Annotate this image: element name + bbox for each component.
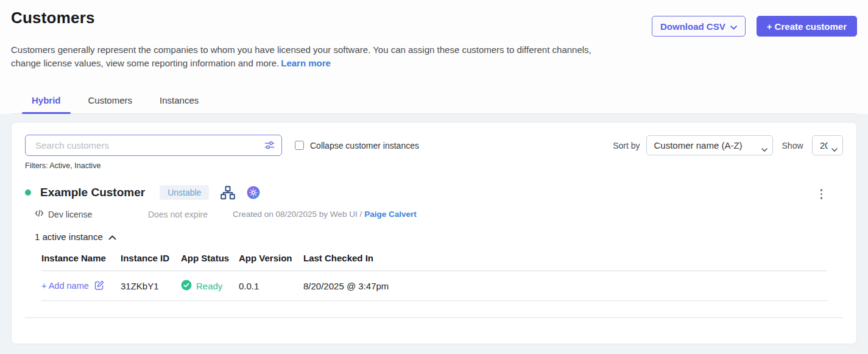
tab-instances[interactable]: Instances (150, 89, 208, 113)
instances-table: Instance Name Instance ID App Status App… (41, 253, 827, 301)
code-icon (35, 209, 44, 219)
last-checked-in: 8/20/2025 @ 3:47pm (303, 281, 827, 291)
download-csv-label: Download CSV (660, 21, 725, 32)
learn-more-link[interactable]: Learn more (281, 58, 331, 68)
search-input[interactable] (25, 135, 282, 156)
page-description: Customers generally represent the compan… (11, 43, 599, 70)
create-customer-button[interactable]: + Create customer (757, 16, 857, 37)
customer-name[interactable]: Example Customer (40, 186, 145, 199)
tab-bar: Hybrid Customers Instances (11, 89, 857, 114)
chevron-down-icon (730, 21, 737, 32)
add-name-link[interactable]: + Add name (41, 280, 105, 292)
channel-badge: Unstable (160, 185, 209, 200)
license-type-label: Dev license (48, 210, 92, 219)
active-status-dot (25, 189, 31, 196)
customer-menu-kebab-icon[interactable] (818, 186, 825, 202)
filter-sliders-icon[interactable] (264, 140, 275, 154)
page-header: Customers Download CSV + Create customer… (0, 0, 868, 114)
show-wrap: Show 20 (782, 135, 843, 155)
add-name-label: + Add name (41, 281, 89, 291)
collapse-instances-control: Collapse customer instances (295, 141, 419, 150)
app-version: 0.0.1 (239, 281, 303, 291)
sort-by-label: Sort by (613, 141, 640, 150)
tab-customers[interactable]: Customers (79, 89, 143, 113)
header-actions: Download CSV + Create customer (652, 16, 857, 37)
sort-select[interactable]: Customer name (A-Z) (646, 135, 773, 155)
created-text: Created on 08/20/2025 by Web UI / (233, 210, 362, 219)
toolbar: Collapse customer instances Sort by Cust… (25, 135, 843, 156)
kubernetes-icon (247, 186, 260, 199)
customers-card: Collapse customer instances Sort by Cust… (11, 122, 857, 344)
instance-id: 31ZKbY1 (121, 281, 181, 291)
col-app-version: App Version (239, 253, 303, 263)
download-csv-button[interactable]: Download CSV (652, 16, 746, 37)
app-status-label: Ready (196, 281, 222, 291)
show-select-wrap: 20 (812, 135, 843, 155)
collapse-instances-checkbox[interactable] (295, 141, 304, 150)
col-instance-id: Instance ID (121, 253, 181, 263)
instances-summary-toggle[interactable]: 1 active instance (35, 232, 116, 242)
instances-summary-label: 1 active instance (35, 232, 103, 242)
chevron-up-icon (108, 232, 116, 242)
customer-row-header: Example Customer Unstable (25, 185, 843, 200)
license-type: Dev license (35, 209, 148, 219)
search-wrap (25, 135, 282, 156)
edit-icon (94, 280, 105, 292)
license-row: Dev license Does not expire Created on 0… (25, 209, 843, 219)
app-status: Ready (181, 280, 222, 292)
created-by-link[interactable]: Paige Calvert (364, 210, 417, 219)
check-circle-icon (181, 280, 192, 292)
filters-note: Filters: Active, Inactive (25, 161, 843, 170)
sitemap-icon (221, 186, 235, 200)
col-last-checked-in: Last Checked In (303, 253, 827, 263)
collapse-instances-label: Collapse customer instances (310, 141, 419, 150)
col-instance-name: Instance Name (41, 253, 121, 263)
section-divider (25, 317, 843, 318)
page-title: Customers (11, 9, 95, 27)
tab-hybrid[interactable]: Hybrid (22, 89, 71, 113)
show-select[interactable]: 20 (812, 135, 843, 155)
sort-select-wrap: Customer name (A-Z) (646, 135, 773, 155)
license-expiry: Does not expire (148, 210, 233, 219)
content-area: Collapse customer instances Sort by Cust… (0, 114, 868, 354)
instances-table-header: Instance Name Instance ID App Status App… (41, 253, 827, 271)
table-row: + Add name 31ZKbY1 (41, 271, 827, 301)
show-label: Show (782, 141, 803, 150)
col-app-status: App Status (181, 253, 239, 263)
